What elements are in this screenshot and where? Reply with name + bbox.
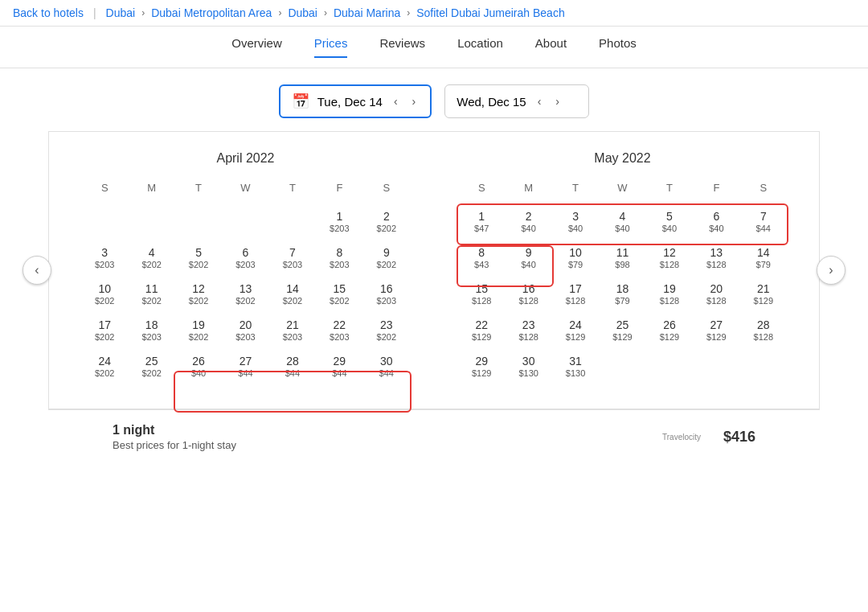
cal-cell[interactable]: 29$129 — [458, 348, 505, 384]
cal-cell[interactable]: 26$129 — [646, 312, 693, 348]
cal-cell[interactable]: 15$202 — [316, 276, 362, 312]
cal-cell[interactable]: 18$203 — [128, 312, 174, 348]
may-title: May 2022 — [458, 151, 787, 166]
checkin-prev-btn[interactable]: ‹ — [391, 93, 401, 109]
tab-photos[interactable]: Photos — [599, 36, 637, 58]
cal-cell — [81, 203, 128, 240]
cal-cell[interactable]: 5$202 — [175, 240, 222, 276]
breadcrumb-marina[interactable]: Dubai Marina — [334, 6, 400, 19]
cal-cell[interactable]: 17$128 — [552, 276, 599, 312]
back-to-hotels-link[interactable]: Back to hotels — [13, 6, 84, 19]
cal-cell[interactable]: 4$202 — [128, 240, 174, 276]
cal-cell[interactable]: 22$203 — [316, 312, 362, 348]
cal-cell[interactable]: 14$79 — [740, 240, 787, 276]
checkout-picker[interactable]: Wed, Dec 15 ‹ › — [444, 84, 589, 118]
cal-cell — [646, 348, 693, 384]
cal-cell[interactable]: 20$128 — [693, 276, 739, 312]
cal-cell[interactable]: 24$202 — [81, 348, 128, 384]
breadcrumb-dubai2[interactable]: Dubai — [288, 6, 317, 19]
chevron-icon-1: › — [141, 7, 145, 18]
cal-cell[interactable]: 9$40 — [505, 240, 551, 276]
cal-cell[interactable]: 19$202 — [175, 312, 222, 348]
cal-cell[interactable]: 19$128 — [646, 276, 693, 312]
cal-cell[interactable]: 7$203 — [269, 240, 316, 276]
cal-cell[interactable]: 15$128 — [458, 276, 505, 312]
cal-cell[interactable]: 9$202 — [363, 240, 410, 276]
cal-cell[interactable]: 4$40 — [599, 203, 645, 240]
cal-cell[interactable]: 10$202 — [81, 276, 128, 312]
may-header-t2: T — [646, 179, 693, 197]
cal-cell[interactable]: 31$130 — [552, 348, 599, 384]
april-header-t1: T — [175, 179, 222, 197]
cal-cell[interactable]: 30$130 — [505, 348, 551, 384]
prev-month-button[interactable]: ‹ — [23, 256, 51, 285]
cal-cell[interactable]: 8$203 — [316, 240, 362, 276]
calendar-icon: 📅 — [292, 92, 309, 110]
cal-cell[interactable]: 28$44 — [269, 348, 316, 384]
cal-cell[interactable]: 23$202 — [363, 312, 410, 348]
cal-cell[interactable]: 21$203 — [269, 312, 316, 348]
cal-cell[interactable]: 10$79 — [552, 240, 599, 276]
cal-cell[interactable]: 5$40 — [646, 203, 693, 240]
cal-cell[interactable]: 3$203 — [81, 240, 128, 276]
cal-cell[interactable]: 21$129 — [740, 276, 787, 312]
cal-cell[interactable]: 23$128 — [505, 312, 551, 348]
cal-cell[interactable]: 3$40 — [552, 203, 599, 240]
cal-cell[interactable]: 2$40 — [505, 203, 551, 240]
cal-cell[interactable]: 7$44 — [740, 203, 787, 240]
checkout-prev-btn[interactable]: ‹ — [534, 93, 545, 109]
may-day-headers: S M T W T F S — [458, 179, 787, 197]
tab-prices[interactable]: Prices — [314, 36, 348, 58]
checkin-next-btn[interactable]: › — [409, 93, 420, 109]
breadcrumb-hotel[interactable]: Sofitel Dubai Jumeirah Beach — [416, 6, 564, 19]
april-header-f: F — [316, 179, 362, 197]
checkout-next-btn[interactable]: › — [552, 93, 563, 109]
tab-reviews[interactable]: Reviews — [379, 36, 425, 58]
cal-cell[interactable]: 30$44 — [363, 348, 410, 384]
cal-cell[interactable]: 6$203 — [222, 240, 268, 276]
cal-cell[interactable]: 18$79 — [599, 276, 645, 312]
cal-cell[interactable]: 1$47 — [458, 203, 505, 240]
breadcrumb-metro[interactable]: Dubai Metropolitan Area — [151, 6, 272, 19]
checkin-picker[interactable]: 📅 Tue, Dec 14 ‹ › — [279, 84, 432, 118]
may-header-f: F — [693, 179, 739, 197]
cal-cell[interactable]: 22$129 — [458, 312, 505, 348]
cal-cell[interactable]: 14$202 — [269, 276, 316, 312]
cal-cell[interactable]: 27$129 — [693, 312, 739, 348]
next-month-button[interactable]: › — [817, 256, 845, 285]
cal-cell[interactable]: 16$128 — [505, 276, 551, 312]
april-grid: 1$2032$2023$2034$2025$2026$2037$2038$203… — [81, 203, 410, 384]
chevron-icon-3: › — [324, 7, 327, 18]
cal-cell[interactable]: 8$43 — [458, 240, 505, 276]
tab-location[interactable]: Location — [457, 36, 503, 58]
cal-cell[interactable]: 11$98 — [599, 240, 645, 276]
cal-cell[interactable]: 28$128 — [740, 312, 787, 348]
cal-cell[interactable]: 17$202 — [81, 312, 128, 348]
cal-cell[interactable]: 24$129 — [552, 312, 599, 348]
prev-month-icon: ‹ — [35, 263, 39, 277]
cal-cell[interactable]: 25$129 — [599, 312, 645, 348]
may-header-s2: S — [740, 179, 787, 197]
cal-cell[interactable]: 6$40 — [693, 203, 739, 240]
cal-cell[interactable]: 13$128 — [693, 240, 739, 276]
cal-cell[interactable]: 12$202 — [175, 276, 222, 312]
tab-overview[interactable]: Overview — [231, 36, 282, 58]
cal-cell[interactable]: 20$203 — [222, 312, 268, 348]
cal-cell — [740, 348, 787, 384]
cal-cell[interactable]: 29$44 — [316, 348, 362, 384]
cal-cell[interactable]: 11$202 — [128, 276, 174, 312]
provider-logo: Travelocity — [662, 428, 710, 446]
separator-1: | — [93, 6, 96, 19]
cal-cell[interactable]: 16$203 — [363, 276, 410, 312]
cal-cell[interactable]: 2$202 — [363, 203, 410, 240]
cal-cell[interactable]: 13$202 — [222, 276, 268, 312]
cal-cell[interactable]: 26$40 — [175, 348, 222, 384]
breadcrumb-dubai[interactable]: Dubai — [106, 6, 136, 19]
cal-cell[interactable]: 12$128 — [646, 240, 693, 276]
april-header-w: W — [222, 179, 268, 197]
cal-cell[interactable]: 25$202 — [128, 348, 174, 384]
cal-cell[interactable]: 27$44 — [222, 348, 268, 384]
cal-cell[interactable]: 1$203 — [316, 203, 362, 240]
nav-tabs: Overview Prices Reviews Location About P… — [0, 27, 868, 68]
tab-about[interactable]: About — [535, 36, 567, 58]
